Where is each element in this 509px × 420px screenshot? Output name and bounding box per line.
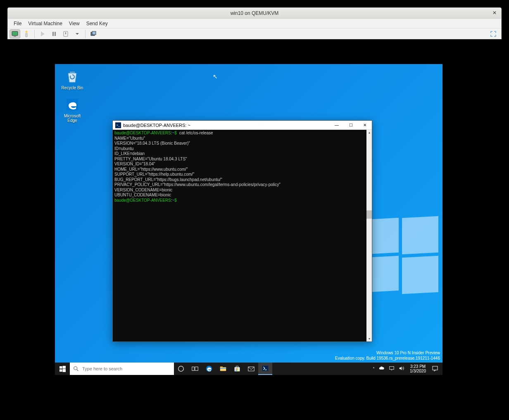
- vmm-title: win10 on QEMU/KVM: [231, 10, 279, 16]
- terminal-titlebar[interactable]: >_ baude@DESKTOP-ANVEERS: ~ — ☐ ✕: [113, 121, 372, 130]
- tray-network-icon[interactable]: [387, 365, 397, 372]
- action-center-button[interactable]: [429, 363, 441, 375]
- svg-rect-24: [220, 368, 226, 369]
- scroll-up-button[interactable]: ▴: [366, 130, 372, 135]
- term-output-line: UBUNTU_CODENAME=bionic: [114, 193, 171, 197]
- menu-view[interactable]: View: [66, 20, 83, 27]
- tray-chevron-up-icon[interactable]: ˄: [371, 367, 377, 371]
- svg-rect-20: [195, 367, 198, 371]
- details-button[interactable]: [21, 29, 32, 38]
- term-output-line: BUG_REPORT_URL="https://bugs.launchpad.n…: [114, 177, 222, 182]
- virt-manager-window: win10 on QEMU/KVM ✕ File Virtual Machine…: [7, 7, 502, 39]
- vmm-close-button[interactable]: ✕: [491, 10, 498, 16]
- windows-logo-icon: [59, 366, 66, 372]
- minimize-button[interactable]: —: [330, 121, 344, 129]
- taskbar-powershell[interactable]: [258, 363, 272, 375]
- svg-rect-10: [70, 72, 75, 73]
- svg-rect-1: [14, 36, 16, 37]
- scroll-down-button[interactable]: ▾: [366, 336, 372, 341]
- shutdown-menu-arrow[interactable]: [72, 29, 83, 38]
- svg-point-18: [178, 366, 184, 372]
- term-output-line: PRIVACY_POLICY_URL="https://www.ubuntu.c…: [114, 182, 281, 187]
- taskbar: ˄ 3:23 PM 1/3/2020: [55, 363, 442, 375]
- taskbar-edge[interactable]: [202, 363, 216, 375]
- svg-rect-19: [192, 367, 194, 371]
- terminal-window[interactable]: >_ baude@DESKTOP-ANVEERS: ~ — ☐ ✕ baude@…: [112, 120, 372, 342]
- search-input[interactable]: [82, 366, 171, 371]
- term-output-line: VERSION_ID="18.04": [114, 162, 155, 166]
- svg-rect-4: [52, 32, 54, 36]
- terminal-scrollbar[interactable]: ▴ ▾: [366, 130, 372, 341]
- console-button[interactable]: [10, 29, 20, 38]
- snapshots-button[interactable]: [88, 29, 99, 38]
- svg-rect-15: [62, 369, 66, 372]
- term-output-line: VERSION="18.04.3 LTS (Bionic Beaver)": [114, 141, 190, 146]
- terminal-command: cat /etc/os-release: [179, 131, 213, 135]
- shutdown-button[interactable]: [60, 29, 71, 38]
- fullscreen-button[interactable]: [488, 29, 499, 38]
- svg-rect-12: [59, 366, 62, 368]
- start-button[interactable]: [55, 363, 70, 375]
- task-view-button[interactable]: [188, 363, 202, 375]
- svg-rect-7: [65, 32, 66, 34]
- term-output-line: PRETTY_NAME="Ubuntu 18.04.3 LTS": [114, 157, 187, 161]
- term-output-line: SUPPORT_URL="https://help.ubuntu.com/": [114, 172, 194, 177]
- windows-logo-wallpaper: [364, 217, 442, 300]
- term-output-line: NAME="Ubuntu": [114, 136, 145, 141]
- term-output-line: HOME_URL="https://www.ubuntu.com/": [114, 167, 188, 172]
- guest-desktop[interactable]: Recycle Bin Microsoft Edge ↖ >_ baude@DE…: [55, 64, 442, 375]
- tray-time: 3:23 PM: [410, 364, 426, 369]
- prompt-user: baude@DESKTOP-ANVEERS: [114, 198, 171, 203]
- taskbar-file-explorer[interactable]: [216, 363, 230, 375]
- watermark-line2: Evaluation copy. Build 19536.rs_prerelea…: [335, 356, 440, 361]
- icon-label: Microsoft Edge: [64, 114, 81, 123]
- icon-label: Recycle Bin: [62, 86, 83, 90]
- menu-virtual-machine[interactable]: Virtual Machine: [25, 20, 66, 27]
- vmm-menubar: File Virtual Machine View Send Key: [8, 19, 501, 29]
- desktop-icon-recycle-bin[interactable]: Recycle Bin: [60, 68, 85, 90]
- taskbar-mail[interactable]: [244, 363, 258, 375]
- recycle-bin-icon: [64, 68, 81, 85]
- menu-send-key[interactable]: Send Key: [83, 20, 111, 27]
- menu-file[interactable]: File: [10, 20, 25, 27]
- svg-rect-35: [433, 366, 438, 370]
- svg-rect-5: [55, 32, 56, 36]
- taskbar-store[interactable]: [230, 363, 244, 375]
- svg-line-17: [77, 370, 78, 371]
- svg-point-16: [74, 367, 77, 370]
- svg-rect-14: [59, 369, 62, 372]
- desktop-icon-edge[interactable]: Microsoft Edge: [60, 96, 85, 123]
- cortana-button[interactable]: [174, 363, 188, 375]
- maximize-button[interactable]: ☐: [344, 121, 358, 129]
- taskbar-search[interactable]: [70, 363, 174, 375]
- search-icon: [73, 366, 79, 372]
- terminal-body[interactable]: baude@DESKTOP-ANVEERS:~$ cat /etc/os-rel…: [113, 130, 372, 341]
- toolbar-separator: [34, 30, 35, 38]
- tray-volume-icon[interactable]: [397, 365, 407, 372]
- windows-watermark: Windows 10 Pro N Insider Preview Evaluat…: [335, 350, 440, 361]
- scroll-thumb[interactable]: [366, 210, 372, 219]
- terminal-title: baude@DESKTOP-ANVEERS: ~: [123, 123, 190, 128]
- close-button[interactable]: ✕: [358, 121, 372, 129]
- vmm-titlebar[interactable]: win10 on QEMU/KVM ✕: [8, 8, 501, 19]
- system-tray: ˄ 3:23 PM 1/3/2020: [371, 363, 442, 375]
- svg-point-2: [26, 31, 28, 33]
- term-output-line: VERSION_CODENAME=bionic: [114, 188, 172, 192]
- svg-rect-3: [26, 33, 27, 37]
- svg-rect-13: [62, 366, 66, 369]
- svg-rect-28: [235, 370, 237, 371]
- edge-icon: [64, 96, 81, 113]
- pause-button[interactable]: [49, 29, 59, 38]
- terminal-window-controls: — ☐ ✕: [330, 121, 372, 129]
- svg-rect-33: [390, 367, 394, 370]
- svg-rect-23: [220, 367, 223, 368]
- toolbar-separator: [85, 30, 86, 38]
- tray-clock[interactable]: 3:23 PM 1/3/2020: [407, 364, 429, 373]
- svg-rect-0: [12, 31, 18, 36]
- tray-date: 1/3/2020: [410, 369, 426, 373]
- watermark-line1: Windows 10 Pro N Insider Preview: [335, 350, 440, 356]
- tray-onedrive-icon[interactable]: [377, 365, 387, 372]
- run-button[interactable]: [37, 29, 48, 38]
- prompt-user: baude@DESKTOP-ANVEERS: [114, 131, 171, 135]
- svg-rect-26: [235, 368, 237, 370]
